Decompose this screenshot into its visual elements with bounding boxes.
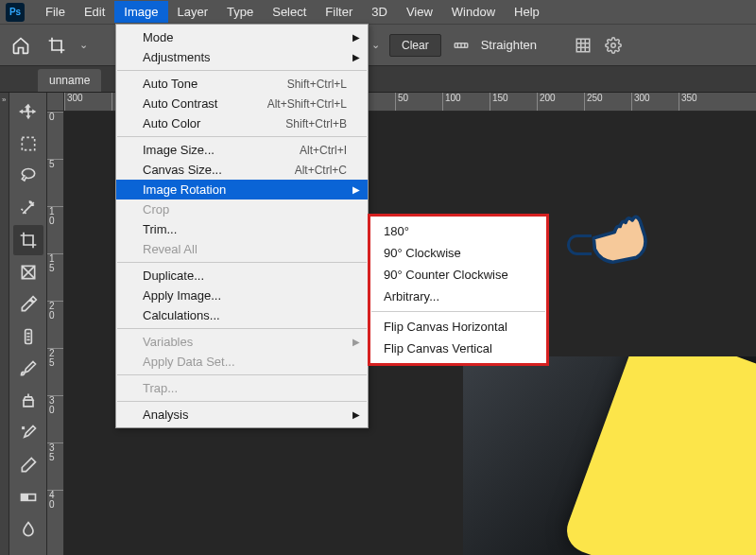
- submenu-item-flip-canvas-vertical[interactable]: Flip Canvas Vertical: [370, 338, 546, 359]
- menu-item-canvas-size[interactable]: Canvas Size...Alt+Ctrl+C: [116, 160, 368, 180]
- menu-item-shortcut: Alt+Ctrl+C: [295, 164, 347, 177]
- app-logo: Ps: [6, 3, 25, 22]
- home-icon[interactable]: [8, 32, 34, 59]
- ruler-tick: 25: [47, 348, 63, 395]
- move-tool[interactable]: [13, 96, 43, 127]
- document-image: [463, 356, 756, 555]
- ruler-tick: 10: [47, 206, 63, 253]
- menu-help[interactable]: Help: [505, 1, 549, 23]
- menu-item-variables: Variables▶: [116, 332, 368, 352]
- straighten-label: Straighten: [481, 38, 537, 52]
- menu-item-duplicate[interactable]: Duplicate...: [116, 266, 368, 286]
- menu-item-label: Mode: [143, 30, 174, 44]
- ruler-tick: 35: [47, 442, 63, 490]
- straighten-icon[interactable]: [451, 35, 472, 56]
- menu-item-auto-color[interactable]: Auto ColorShift+Ctrl+B: [116, 113, 368, 133]
- grid-icon[interactable]: [573, 35, 593, 56]
- eyedropper-tool[interactable]: [13, 289, 43, 320]
- menu-item-reveal-all: Reveal All: [116, 239, 368, 259]
- submenu-arrow-icon: ▶: [352, 32, 360, 43]
- menu-window[interactable]: Window: [442, 1, 505, 23]
- ruler-tick: 250: [584, 93, 631, 112]
- menu-layer[interactable]: Layer: [168, 1, 218, 23]
- menu-edit[interactable]: Edit: [75, 1, 114, 23]
- dropdown-caret-icon[interactable]: ⌄: [371, 39, 380, 51]
- crop-icon[interactable]: [43, 32, 70, 59]
- image-menu-dropdown: Mode▶Adjustments▶Auto ToneShift+Ctrl+LAu…: [115, 24, 369, 428]
- ruler-tick: 30: [47, 395, 63, 442]
- menu-item-label: Crop: [143, 202, 169, 217]
- menu-item-label: Auto Contrast: [143, 96, 218, 111]
- clear-button[interactable]: Clear: [389, 34, 441, 57]
- menu-item-shortcut: Alt+Ctrl+I: [300, 144, 347, 157]
- menu-item-mode[interactable]: Mode▶: [116, 27, 368, 47]
- menu-item-label: Variables: [143, 335, 193, 349]
- toolbox: [9, 93, 47, 555]
- magic-wand-tool[interactable]: [13, 193, 43, 223]
- menu-select[interactable]: Select: [263, 1, 316, 23]
- gear-icon[interactable]: [603, 35, 624, 56]
- ruler-tick: 300: [631, 93, 679, 112]
- menu-filter[interactable]: Filter: [316, 1, 362, 23]
- ruler-vertical[interactable]: 0510152025303540: [47, 112, 64, 555]
- gradient-tool[interactable]: [13, 482, 43, 512]
- menu-item-calculations[interactable]: Calculations...: [116, 305, 368, 325]
- menu-item-crop: Crop: [116, 199, 368, 219]
- marquee-tool[interactable]: [13, 129, 43, 159]
- submenu-arrow-icon: ▶: [352, 184, 360, 195]
- menu-item-auto-contrast[interactable]: Auto ContrastAlt+Shift+Ctrl+L: [116, 94, 368, 113]
- ruler-tick: 40: [47, 490, 63, 537]
- submenu-item-arbitrary[interactable]: Arbitrary...: [370, 286, 546, 307]
- svg-rect-1: [576, 39, 590, 52]
- menu-item-image-size[interactable]: Image Size...Alt+Ctrl+I: [116, 140, 368, 160]
- menu-item-analysis[interactable]: Analysis▶: [116, 405, 368, 425]
- svg-rect-3: [22, 137, 34, 149]
- menu-item-label: Auto Color: [143, 116, 200, 130]
- menu-item-adjustments[interactable]: Adjustments▶: [116, 47, 368, 67]
- menu-item-trim[interactable]: Trim...: [116, 219, 368, 239]
- menu-item-apply-image[interactable]: Apply Image...: [116, 286, 368, 305]
- submenu-item-flip-canvas-horizontal[interactable]: Flip Canvas Horizontal: [370, 316, 546, 338]
- ruler-tick: 200: [537, 93, 584, 112]
- lasso-tool[interactable]: [13, 161, 43, 191]
- history-brush-tool[interactable]: [13, 418, 43, 448]
- blur-tool[interactable]: [13, 514, 43, 545]
- ruler-origin[interactable]: [47, 93, 64, 112]
- eraser-tool[interactable]: [13, 450, 43, 480]
- ruler-tick: 350: [679, 93, 726, 112]
- menu-item-label: Apply Data Set...: [143, 355, 235, 369]
- ruler-tick: 50: [395, 93, 442, 112]
- ruler-tick: 15: [47, 253, 63, 301]
- document-tab[interactable]: unname: [38, 69, 101, 92]
- menu-type[interactable]: Type: [217, 1, 263, 23]
- clone-stamp-tool[interactable]: [13, 386, 43, 416]
- submenu-arrow-icon: ▶: [352, 52, 360, 62]
- menu-file[interactable]: File: [36, 1, 75, 23]
- ruler-tick: 5: [47, 159, 63, 206]
- ruler-tick: 150: [490, 93, 537, 112]
- crop-tool[interactable]: [13, 225, 43, 255]
- menu-item-shortcut: Shift+Ctrl+B: [285, 117, 347, 130]
- submenu-item-90-clockwise[interactable]: 90° Clockwise: [370, 242, 546, 264]
- svg-rect-7: [21, 494, 28, 501]
- pointing-hand-icon: [573, 185, 665, 281]
- menu-item-auto-tone[interactable]: Auto ToneShift+Ctrl+L: [116, 74, 368, 94]
- frame-tool[interactable]: [13, 257, 43, 287]
- menubar: Ps FileEditImageLayerTypeSelectFilter3DV…: [0, 0, 756, 25]
- menu-item-image-rotation[interactable]: Image Rotation▶: [116, 180, 368, 199]
- menu-view[interactable]: View: [397, 1, 442, 23]
- menu-3d[interactable]: 3D: [362, 1, 397, 23]
- ruler-tick: 20: [47, 301, 63, 348]
- brush-tool[interactable]: [13, 354, 43, 384]
- healing-brush-tool[interactable]: [13, 321, 43, 352]
- menu-image[interactable]: Image: [114, 1, 167, 23]
- submenu-arrow-icon: ▶: [352, 337, 360, 347]
- panel-collapse-strip[interactable]: »: [0, 93, 9, 555]
- menu-item-label: Apply Image...: [143, 288, 221, 303]
- submenu-item-180[interactable]: 180°: [370, 220, 546, 242]
- menu-item-shortcut: Shift+Ctrl+L: [287, 78, 347, 91]
- dropdown-caret-icon[interactable]: ⌄: [79, 39, 88, 51]
- menu-item-label: Adjustments: [143, 50, 211, 64]
- menu-item-label: Trim...: [143, 222, 177, 236]
- submenu-item-90-counter-clockwise[interactable]: 90° Counter Clockwise: [370, 264, 546, 286]
